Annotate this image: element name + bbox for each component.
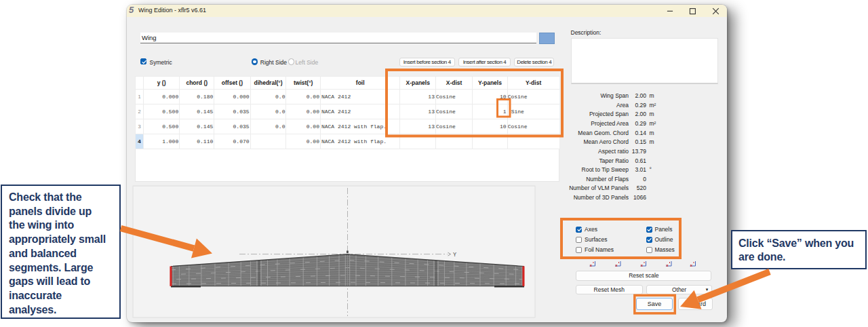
svg-text:Y: Y — [453, 252, 456, 258]
